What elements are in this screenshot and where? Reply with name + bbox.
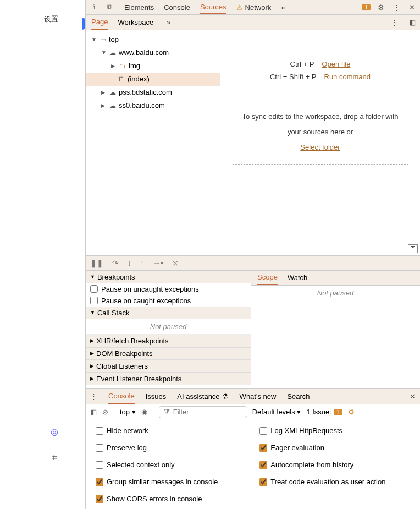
levels-select[interactable]: Default levels ▾ — [252, 408, 301, 416]
window-icon: ▭ — [99, 36, 107, 43]
more-sources-tabs-icon[interactable]: » — [167, 18, 170, 26]
tree-img-folder[interactable]: 🗀img — [86, 59, 220, 73]
section-event-bp[interactable]: ▶Event Listener Breakpoints — [86, 373, 251, 385]
tree-ss0[interactable]: ☁ss0.baidu.com — [86, 99, 220, 112]
drawer-tab-console[interactable]: Console — [108, 389, 135, 403]
drawer-tab-whatsnew[interactable]: What's new — [240, 389, 277, 403]
tab-scope[interactable]: Scope — [257, 271, 278, 285]
sources-kebab-icon[interactable]: ⋮ — [385, 18, 404, 26]
kebab-icon[interactable]: ⋮ — [391, 3, 401, 12]
cloud-icon: ☁ — [109, 89, 117, 96]
chk-pause-caught[interactable] — [90, 297, 98, 304]
run-cmd-keys: Ctrl + Shift + P — [270, 73, 317, 81]
tab-page[interactable]: Page — [91, 15, 108, 29]
open-file-link[interactable]: Open file — [322, 60, 350, 68]
source-editor-placeholder: Ctrl + POpen file Ctrl + Shift + PRun co… — [220, 30, 420, 255]
step-out-icon[interactable]: ↑ — [140, 259, 144, 267]
chk-log-xhr[interactable] — [259, 427, 267, 435]
close-icon[interactable]: ✕ — [407, 3, 417, 12]
issue-count-label[interactable]: 1 Issue: 1 — [306, 408, 342, 416]
step-icon[interactable]: →• — [153, 259, 163, 267]
drawer-tab-issues[interactable]: Issues — [146, 389, 167, 403]
chk-group-similar[interactable] — [96, 478, 103, 486]
tab-workspace[interactable]: Workspace — [118, 15, 153, 29]
scope-not-paused: Not paused — [251, 286, 420, 300]
section-global-listeners[interactable]: ▶Global Listeners — [86, 360, 251, 373]
chk-eager-eval[interactable] — [259, 444, 267, 452]
more-tabs-icon[interactable]: » — [281, 0, 285, 14]
page-settings-label: 设置 — [44, 14, 58, 24]
tab-sources[interactable]: Sources — [200, 0, 226, 14]
tab-console[interactable]: Console — [164, 0, 190, 14]
issue-badge[interactable]: 1 — [362, 4, 371, 10]
console-settings-gear-icon[interactable]: ⚙ — [348, 408, 355, 416]
tab-elements[interactable]: Elements — [124, 0, 154, 14]
select-folder-link[interactable]: Select folder — [300, 143, 340, 151]
callstack-not-paused: Not paused — [86, 319, 251, 335]
tree-baidu[interactable]: ☁www.baidu.com — [86, 46, 220, 59]
collapse-editor-icon[interactable] — [408, 244, 418, 253]
chk-selected-context[interactable] — [96, 461, 103, 469]
console-filter-input[interactable] — [173, 408, 266, 416]
gear-icon[interactable]: ⚙ — [376, 3, 386, 12]
device-icon[interactable]: ⧉ — [104, 3, 114, 12]
cloud-icon: ☁ — [109, 49, 117, 57]
step-over-icon[interactable]: ↷ — [112, 259, 119, 267]
clear-console-icon[interactable]: ⊘ — [102, 408, 108, 416]
chk-autocomplete[interactable] — [259, 461, 267, 469]
drawer-kebab-icon[interactable]: ⋮ — [90, 392, 97, 401]
folder-icon: 🗀 — [119, 62, 126, 70]
tab-watch[interactable]: Watch — [288, 271, 307, 285]
drawer-close-icon[interactable]: ✕ — [410, 392, 416, 401]
pause-icon[interactable]: ❚❚ — [90, 259, 103, 267]
section-callstack[interactable]: ▼Call Stack — [86, 307, 251, 319]
section-xhr-bp[interactable]: ▶XHR/fetch Breakpoints — [86, 335, 251, 347]
open-file-keys: Ctrl + P — [290, 60, 314, 68]
deactivate-bp-icon[interactable]: ⤬ — [172, 259, 179, 267]
file-icon: 🗋 — [118, 75, 125, 83]
console-settings-panel: Hide network Preserve log Selected conte… — [86, 420, 420, 509]
qr-icon[interactable]: ⌗ — [47, 450, 62, 466]
debugger-toolbar: ❚❚ ↷ ↓ ↑ →• ⤬ — [86, 255, 420, 270]
tree-pss[interactable]: ☁pss.bdstatic.com — [86, 86, 220, 99]
drawer-tabbar: ⋮ Console Issues AI assistance⚗ What's n… — [86, 389, 420, 404]
file-tree: ▭top ☁www.baidu.com 🗀img 🗋(index) ☁pss.b… — [86, 30, 220, 255]
tree-top[interactable]: ▭top — [86, 33, 220, 46]
cloud-icon: ☁ — [109, 102, 117, 110]
step-into-icon[interactable]: ↓ — [128, 259, 131, 267]
run-command-link[interactable]: Run command — [324, 73, 371, 81]
chk-preserve-log[interactable] — [96, 444, 103, 452]
console-toolbar: ◧ ⊘ top ▾ ◉ ⧩ Default levels ▾ 1 Issue: … — [86, 404, 420, 420]
section-dom-bp[interactable]: ▶DOM Breakpoints — [86, 347, 251, 360]
target-icon[interactable]: ◎ — [47, 424, 62, 439]
toggle-navigator-icon[interactable]: ◧ — [404, 15, 420, 29]
live-expr-icon[interactable]: ◉ — [141, 408, 147, 416]
section-breakpoints[interactable]: ▼Breakpoints — [86, 271, 251, 283]
devtools-main-toolbar: ⟟ ⧉ Elements Console Sources Network » 1… — [86, 0, 420, 15]
workspace-drop-zone[interactable]: To sync edits to the workspace, drop a f… — [233, 100, 408, 165]
tree-index-file[interactable]: 🗋(index) — [86, 73, 220, 86]
chk-treat-eval[interactable] — [259, 478, 267, 486]
context-select[interactable]: top ▾ — [120, 408, 136, 416]
chk-hide-network[interactable] — [96, 427, 103, 435]
drawer-tab-ai[interactable]: AI assistance⚗ — [177, 389, 228, 403]
flask-icon: ⚗ — [222, 392, 229, 401]
tab-network[interactable]: Network — [236, 0, 272, 14]
funnel-icon: ⧩ — [164, 408, 170, 417]
chk-pause-uncaught[interactable] — [90, 285, 98, 293]
drawer-tab-search[interactable]: Search — [287, 389, 310, 403]
console-sidebar-icon[interactable]: ◧ — [90, 408, 97, 416]
chk-show-cors[interactable] — [96, 495, 103, 503]
inspect-icon[interactable]: ⟟ — [89, 3, 99, 12]
